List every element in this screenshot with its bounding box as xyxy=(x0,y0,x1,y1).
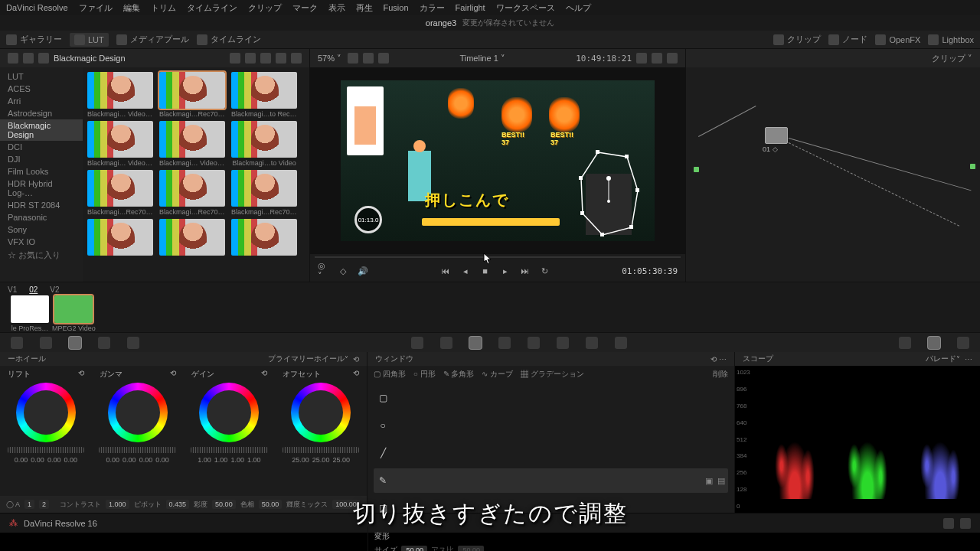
pivot-value[interactable]: 0.435 xyxy=(166,500,190,509)
window-rect[interactable]: ▢ 四角形 xyxy=(374,369,406,380)
node-input[interactable] xyxy=(694,167,699,172)
mask-invert-icon[interactable]: ▣ xyxy=(705,476,713,486)
color-wheel-lift[interactable]: リフト⟲0.000.000.000.00 xyxy=(3,369,89,493)
first-frame-button[interactable]: ⏮ xyxy=(440,266,451,276)
menu-mark[interactable]: マーク xyxy=(292,2,318,14)
home-icon[interactable] xyxy=(943,518,954,529)
last-frame-button[interactable]: ⏭ xyxy=(520,266,531,276)
sort-icon[interactable] xyxy=(230,53,240,64)
node-01[interactable] xyxy=(765,127,788,144)
openfx-toggle[interactable]: OpenFX xyxy=(875,34,920,45)
view-mode-icon[interactable] xyxy=(348,53,358,64)
lut-item[interactable]: Blackmagi…Rec709 v2 xyxy=(231,170,297,216)
mask-mode-icon[interactable]: ▤ xyxy=(717,476,725,486)
lut-item[interactable]: Blackmagi…Rec709 v2 xyxy=(87,170,153,216)
viewer-canvas[interactable]: BEST!!37 BEST!!37 押しこんで 01:13.0 xyxy=(310,67,685,254)
lut-item[interactable]: Blackmagi… Video v3 xyxy=(87,121,153,167)
media-toggle[interactable]: メディアプール xyxy=(116,34,189,45)
menu-file[interactable]: ファイル xyxy=(79,2,113,14)
lut-cat-vfxio[interactable]: VFX IO xyxy=(0,236,83,248)
page-2[interactable]: 2 xyxy=(39,500,49,509)
nodes-toggle[interactable]: ノード xyxy=(828,34,867,45)
window-circle[interactable]: ○ 円形 xyxy=(413,369,436,380)
lut-cat-hdrhlg[interactable]: HDR Hybrid Log-… xyxy=(0,178,83,199)
lummix-value[interactable]: 100.00 xyxy=(332,500,360,509)
blur-icon[interactable] xyxy=(528,337,540,349)
3d-icon[interactable] xyxy=(615,337,627,349)
window-more-icon[interactable]: ⋯ xyxy=(719,355,727,364)
menu-timeline[interactable]: タイムライン xyxy=(187,2,237,14)
menu-playback[interactable]: 再生 xyxy=(356,2,373,14)
settings-icon[interactable] xyxy=(960,518,971,529)
lut-item[interactable] xyxy=(87,219,153,257)
lut-cat-aces[interactable]: ACES xyxy=(0,83,83,95)
lut-cat-pana[interactable]: Panasonic xyxy=(0,211,83,223)
scopes-icon[interactable] xyxy=(928,337,940,349)
loop-button[interactable]: ↻ xyxy=(540,266,550,276)
clip-thumb-2[interactable]: MPEG2 Video xyxy=(52,295,96,332)
color-wheels-icon[interactable] xyxy=(69,337,81,349)
lut-item[interactable]: Blackmagi…Rec709 v2 xyxy=(159,170,225,216)
motion-icon[interactable] xyxy=(127,337,139,349)
keyframe-icon[interactable] xyxy=(899,337,911,349)
lut-item[interactable]: Blackmagi…Rec709 v3 xyxy=(159,72,225,118)
window-polygon[interactable]: ✎ 多角形 xyxy=(443,369,475,380)
window-item-pen[interactable]: ✎▣ ▤ xyxy=(374,468,728,493)
magic-wand-icon[interactable] xyxy=(378,53,389,64)
color-wheel-gain[interactable]: ゲイン⟲1.001.001.001.00 xyxy=(187,369,273,493)
view-split-icon[interactable] xyxy=(363,53,374,64)
track-v1[interactable]: V1 xyxy=(8,285,17,294)
node-graph[interactable]: 01 ◇ xyxy=(686,67,980,282)
color-wheel-offset[interactable]: オフセット⟲25.0025.0025.00 xyxy=(278,369,364,493)
lut-item[interactable] xyxy=(159,219,225,257)
page-1[interactable]: 1 xyxy=(24,500,34,509)
node-output[interactable] xyxy=(970,164,975,169)
gallery-toggle[interactable]: ギャラリー xyxy=(6,34,62,45)
lut-cat-lut[interactable]: LUT xyxy=(0,70,83,83)
timeline-toggle[interactable]: タイムライン xyxy=(197,34,261,45)
window-item-rect[interactable]: ▢ xyxy=(374,386,728,410)
panel-toggle-icon[interactable] xyxy=(8,53,18,64)
play-button[interactable]: ▸ xyxy=(500,266,511,276)
volume-icon[interactable]: 🔊 xyxy=(358,266,368,276)
track-02[interactable]: 02 xyxy=(29,285,38,294)
info-icon[interactable] xyxy=(957,337,969,349)
lightbox-toggle[interactable]: Lightbox xyxy=(928,34,974,45)
window-delete[interactable]: 削除 xyxy=(713,369,728,380)
lut-cat-dci[interactable]: DCI xyxy=(0,141,83,153)
search-icon[interactable] xyxy=(276,53,286,64)
window-item-gradient[interactable]: ◪ xyxy=(374,496,728,520)
more-icon[interactable] xyxy=(291,53,302,64)
lut-cat-fav[interactable]: ☆ お気に入り xyxy=(0,248,83,262)
lut-cat-film[interactable]: Film Looks xyxy=(0,165,83,178)
nav-fwd-icon[interactable] xyxy=(38,53,49,64)
sat-value[interactable]: 50.00 xyxy=(212,500,236,509)
window-gradient[interactable]: ▦ グラデーション xyxy=(521,369,584,380)
color-match-icon[interactable] xyxy=(40,337,52,349)
list-view-icon[interactable] xyxy=(260,53,271,64)
window-icon[interactable] xyxy=(469,337,482,349)
zoom-readout[interactable]: 57% xyxy=(318,54,335,63)
scopes-mode[interactable]: パレード xyxy=(926,354,956,364)
window-reset-icon[interactable]: ⟲ xyxy=(710,355,717,364)
prev-frame-button[interactable]: ◂ xyxy=(460,266,471,276)
wheels-mode[interactable]: プライマリーホイール xyxy=(268,354,345,364)
lut-item[interactable] xyxy=(231,219,297,257)
nav-back-icon[interactable] xyxy=(23,53,34,64)
lut-cat-astro[interactable]: Astrodesign xyxy=(0,107,83,119)
expand-icon[interactable] xyxy=(652,53,662,64)
key-icon[interactable] xyxy=(557,337,569,349)
lut-item[interactable]: Blackmagi…to Rec709 xyxy=(231,72,297,118)
lut-cat-bmd[interactable]: Blackmagic Design xyxy=(0,119,83,141)
menu-view[interactable]: 表示 xyxy=(328,2,345,14)
lut-item[interactable]: Blackmagi… Video v4 xyxy=(87,72,153,118)
scopes-settings-icon[interactable]: ⋯ xyxy=(965,355,972,364)
clip-thumb-1[interactable]: le ProRes… xyxy=(11,295,49,332)
window-item-line[interactable]: ╱ xyxy=(374,441,728,465)
node-mode[interactable]: クリップ xyxy=(932,53,965,64)
menu-fusion[interactable]: Fusion xyxy=(384,3,409,12)
menu-color[interactable]: カラー xyxy=(420,2,445,14)
sizing-icon[interactable] xyxy=(586,337,598,349)
size-value[interactable]: 50.00 xyxy=(401,546,427,551)
lut-cat-sony[interactable]: Sony xyxy=(0,223,83,236)
